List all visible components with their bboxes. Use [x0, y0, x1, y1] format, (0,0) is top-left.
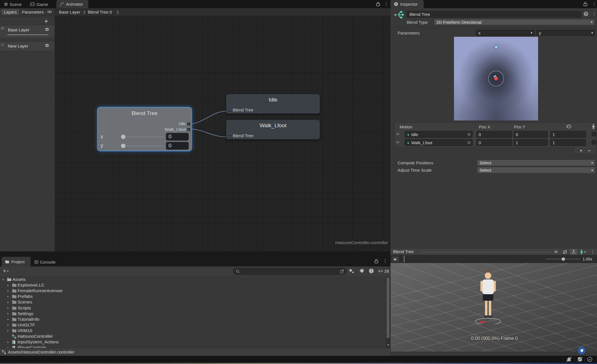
parameter-x-dropdown[interactable]: x ▾ [476, 30, 535, 36]
project-menu-icon[interactable]: ⋮ [383, 259, 387, 263]
row-drag-handle[interactable] [396, 141, 399, 142]
scrollbar-down-arrow[interactable]: ▼ [387, 343, 390, 346]
pos-x-field[interactable]: 0 [476, 139, 512, 146]
help-icon[interactable]: ? [583, 11, 589, 16]
layers-eye-icon[interactable] [47, 10, 52, 14]
tree-item-assets[interactable]: ▾Assets [0, 277, 385, 282]
animator-menu-icon[interactable]: ⋮ [384, 2, 389, 6]
motion-clip-field[interactable]: ▲Walk_Lfoot⊙ [405, 139, 473, 146]
layer-settings-gear-icon[interactable] [45, 27, 49, 32]
pos-y-field[interactable]: 1 [513, 139, 548, 146]
tree-item-tutorialinfo[interactable]: ▸TutorialInfo [0, 316, 385, 322]
tree-expand-arrow[interactable]: ▸ [7, 329, 9, 332]
inspector-menu-icon[interactable]: ⋮ [592, 2, 596, 6]
tree-expand-arrow[interactable]: ▸ [7, 295, 9, 298]
pos-y-field[interactable]: 0 [513, 131, 548, 138]
tree-item-vrm10[interactable]: ▸VRM10 [0, 328, 385, 333]
tree-expand-arrow[interactable]: ▸ [7, 340, 9, 344]
preview-viewport[interactable]: 0:00 (000.0%) Frame 0 [391, 263, 597, 352]
mirror-checkbox[interactable] [592, 132, 596, 136]
tree-item-playercontrols[interactable]: ▸PlayerControls [0, 345, 385, 348]
adjust-time-scale-dropdown[interactable]: Select ▾ [477, 167, 595, 173]
motion-clip-field[interactable]: ▲Idle⊙ [405, 131, 473, 138]
ik-toggle-button[interactable]: IK [553, 249, 560, 255]
tree-expand-arrow[interactable]: ▾ [2, 278, 4, 281]
preview-header[interactable]: Blend Tree IK ▼ ⋮ [391, 248, 597, 255]
tree-item-scripts[interactable]: ▸Scripts [0, 305, 385, 311]
breadcrumb-base-layer[interactable]: Base Layer [59, 10, 80, 14]
gizmo-toggle-icon[interactable] [570, 249, 577, 255]
param-y-value[interactable]: 0 [166, 142, 189, 150]
preview-timeline[interactable]: 1.00x [400, 255, 597, 263]
create-asset-button[interactable]: + ▾ [3, 268, 8, 274]
search-by-label-icon[interactable] [359, 268, 364, 273]
compute-positions-dropdown[interactable]: Select ▾ [477, 160, 595, 166]
blend-space-2d[interactable] [454, 37, 538, 120]
tree-item-unigltf[interactable]: ▸UniGLTF [0, 322, 385, 328]
play-button[interactable]: ▶ [392, 256, 399, 262]
tree-expand-arrow[interactable]: ▸ [7, 346, 9, 348]
debugger-disabled-icon[interactable] [566, 357, 572, 362]
node-output-port[interactable] [187, 128, 190, 131]
blend-tree-menu-icon[interactable]: ⋮ [592, 11, 596, 16]
motion-point-walk-lfoot[interactable] [494, 45, 499, 49]
tree-item-inputsystem_actions[interactable]: ▸InputSystem_Actions [0, 339, 385, 345]
layer-drag-handle[interactable] [1, 27, 4, 28]
tree-item-settings[interactable]: ▸Settings [0, 311, 385, 316]
pivot-toggle-icon[interactable] [561, 249, 569, 255]
inspector-lock-icon[interactable] [583, 2, 587, 6]
animator-graph-canvas[interactable]: Blend Tree Idle Walk_Lfoot x 0 y 0 Idle … [55, 16, 390, 251]
preview-menu-icon[interactable]: ⋮ [590, 249, 595, 254]
row-drag-handle[interactable] [396, 133, 399, 134]
param-x-slider-knob[interactable] [121, 135, 125, 139]
tree-expand-arrow[interactable]: ▸ [7, 312, 9, 315]
search-by-type-icon[interactable] [349, 268, 354, 273]
node-output-port[interactable] [187, 122, 190, 126]
progress-check-icon[interactable] [587, 357, 592, 362]
layer-item-new[interactable]: New Layer [0, 41, 55, 51]
graph-node-walk-lfoot[interactable]: Walk_Lfoot Blend Tree [226, 120, 320, 139]
param-y-slider-knob[interactable] [121, 144, 125, 148]
tree-item-scenes[interactable]: ▸Scenes [0, 299, 385, 305]
mirror-checkbox[interactable] [592, 140, 596, 145]
object-picker-icon[interactable]: ⊙ [467, 132, 471, 137]
remove-motion-button[interactable]: − [588, 148, 591, 154]
tree-item-femalerunneranimset[interactable]: ▸FemaleRunnerAnimset [0, 288, 385, 294]
add-layer-button[interactable]: + [44, 18, 48, 25]
blend-type-dropdown[interactable]: 2D Freeform Directional ▾ [434, 19, 595, 25]
animator-lock-icon[interactable] [376, 2, 380, 6]
project-lock-icon[interactable] [374, 259, 378, 263]
asset-labels-badge[interactable] [578, 347, 585, 354]
scrollbar-thumb[interactable] [387, 277, 389, 338]
tree-item-explosivellc[interactable]: ▸ExplosiveLLC [0, 282, 385, 288]
node-input-port[interactable] [229, 109, 232, 112]
param-x-value[interactable]: 0 [166, 133, 189, 141]
project-search-input[interactable] [233, 268, 347, 275]
parameters-tab[interactable]: Parameters [19, 9, 46, 15]
breadcrumb-blend-tree-0[interactable]: Blend Tree 0 [88, 10, 112, 14]
graph-node-blend-tree[interactable]: Blend Tree Idle Walk_Lfoot x 0 y 0 [98, 107, 191, 151]
preview-speed-knob[interactable] [562, 257, 565, 261]
visible-items-counter[interactable]: 28 [378, 269, 389, 273]
param-x-slider[interactable] [123, 137, 164, 137]
tree-expand-arrow[interactable]: ▸ [7, 317, 9, 321]
project-scrollbar[interactable]: ▼ [386, 276, 390, 348]
param-y-slider[interactable] [123, 146, 164, 146]
tab-project[interactable]: Project [2, 257, 31, 266]
tree-item-prefabs[interactable]: ▸Prefabs [0, 294, 385, 299]
cache-server-disabled-icon[interactable] [577, 357, 583, 362]
object-picker-icon[interactable]: ⊙ [467, 140, 471, 145]
graph-node-idle[interactable]: Idle Blend Tree [226, 94, 320, 114]
layers-tab[interactable]: Layers [1, 9, 19, 15]
blend-sampler-dot[interactable] [494, 76, 498, 81]
tab-inspector[interactable]: Inspector [391, 0, 424, 8]
tree-item-hatsunocontroller[interactable]: HatsunoController [0, 333, 385, 339]
tree-expand-arrow[interactable]: ▸ [7, 289, 9, 293]
tab-game[interactable]: Game [30, 1, 48, 7]
blend-tree-name-field[interactable]: Blend Tree [407, 11, 581, 18]
parameter-y-dropdown[interactable]: y ▾ [536, 30, 595, 36]
layer-settings-gear-icon[interactable] [45, 43, 49, 48]
avatar-selector-button[interactable]: ▼ [579, 249, 588, 255]
speed-field[interactable]: 1 [550, 139, 586, 146]
layer-drag-handle[interactable] [1, 44, 4, 44]
